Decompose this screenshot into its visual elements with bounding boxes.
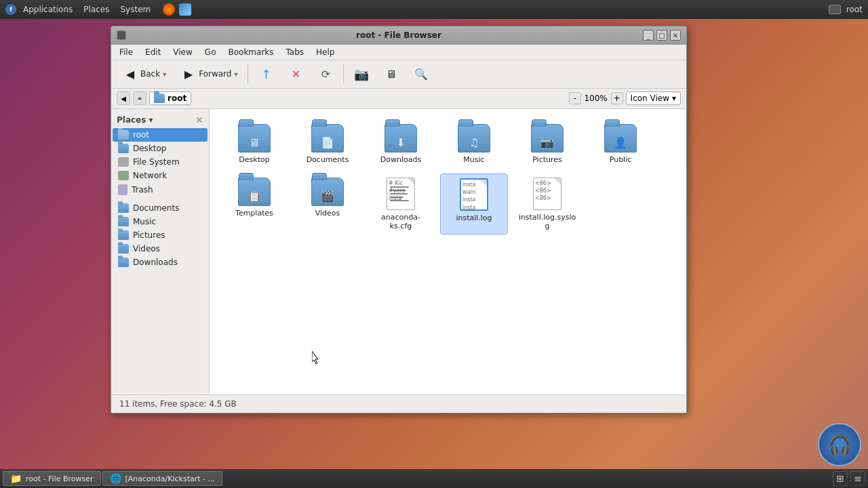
file-item-desktop[interactable]: 🖥 Desktop <box>220 120 288 168</box>
location-toggle-button[interactable]: ≡ <box>133 92 146 105</box>
location-path[interactable]: root <box>149 92 191 105</box>
menu-tabs[interactable]: Tabs <box>281 46 310 58</box>
username-label: root <box>846 5 863 14</box>
zoom-out-button[interactable]: - <box>569 92 581 104</box>
close-button[interactable]: ✕ <box>670 30 681 41</box>
music-folder-icon: ♫ <box>458 124 490 152</box>
applications-menu[interactable]: Applications <box>19 3 77 16</box>
view-mode-dropdown-icon: ▾ <box>672 94 676 103</box>
sidebar-item-videos[interactable]: Videos <box>113 242 208 256</box>
taskbar-anaconda-label: [Anaconda/Kickstart - ... <box>125 474 215 483</box>
window-title: root - File Browser <box>356 30 441 40</box>
videos-folder-label: Videos <box>315 209 340 218</box>
maximize-button[interactable]: □ <box>656 30 667 41</box>
top-panel: f Applications Places System root <box>0 0 868 19</box>
file-item-install-log-syslog[interactable]: <86><86><86> install.log.syslog <box>513 174 581 235</box>
zoom-level: 100% <box>584 94 608 103</box>
taskbar-right: ⊞ ≡ <box>833 471 865 486</box>
firefox-icon[interactable] <box>163 3 175 16</box>
taskbar-anaconda[interactable]: 🌐 [Anaconda/Kickstart - ... <box>102 471 222 486</box>
forward-button[interactable]: ▶ Forward ▾ <box>175 63 243 85</box>
file-browser-window: root - File Browser _ □ ✕ File Edit View… <box>111 26 687 413</box>
sidebar-item-root[interactable]: root <box>113 128 208 142</box>
menu-file[interactable]: File <box>114 46 138 58</box>
back-button[interactable]: ◀ Back ▾ <box>117 63 172 85</box>
sidebar-header[interactable]: Places ▾ ✕ <box>111 112 209 128</box>
taskbar-file-browser[interactable]: 📁 root - File Browser <box>3 471 101 486</box>
sidebar-item-desktop[interactable]: Desktop <box>113 142 208 155</box>
sidebar-item-desktop-label: Desktop <box>133 144 167 153</box>
file-item-documents[interactable]: 📄 Documents <box>294 120 361 168</box>
zoom-control: - 100% + Icon View ▾ <box>569 92 681 105</box>
sidebar-item-documents[interactable]: Documents <box>113 201 208 215</box>
menu-view[interactable]: View <box>167 46 197 58</box>
downloads-folder-label: Downloads <box>380 155 421 164</box>
taskbar-list-icon[interactable]: ≡ <box>850 471 865 486</box>
locationbar: ◀ ≡ root - 100% + Icon View ▾ <box>111 89 686 110</box>
top-panel-apps: f Applications Places System <box>5 3 191 16</box>
sidebar-item-pictures[interactable]: Pictures <box>113 228 208 242</box>
anaconda-cfg-icon: # Kic#versinsta <box>387 178 415 210</box>
install-log-label: install.log <box>456 214 492 222</box>
templates-folder-icon: 📋 <box>238 178 271 206</box>
install-log-syslog-label: install.log.syslog <box>517 213 578 230</box>
computer-button[interactable]: 🖥 <box>378 63 405 85</box>
file-grid: 🖥 Desktop 📄 Documents ⬇ <box>220 120 675 235</box>
up-button[interactable]: ↑ <box>252 63 279 85</box>
system-menu[interactable]: System <box>116 3 155 16</box>
file-item-videos[interactable]: 🎬 Videos <box>294 174 361 235</box>
places-menu[interactable]: Places <box>79 3 113 16</box>
path-folder-icon <box>154 94 165 103</box>
file-item-templates[interactable]: 📋 Templates <box>220 174 288 235</box>
location-back-button[interactable]: ◀ <box>117 92 130 105</box>
home-button[interactable]: 📷 <box>348 63 375 85</box>
file-item-public[interactable]: 👤 Public <box>587 120 654 168</box>
sidebar-item-trash[interactable]: Trash <box>113 182 208 197</box>
file-item-pictures[interactable]: 📷 Pictures <box>513 120 581 168</box>
search-button[interactable]: 🔍 <box>408 63 435 85</box>
minimize-button[interactable]: _ <box>643 30 654 41</box>
public-folder-icon: 👤 <box>604 124 637 152</box>
sidebar-close-icon[interactable]: ✕ <box>195 115 203 125</box>
sidebar-item-pictures-label: Pictures <box>133 230 165 240</box>
file-item-install-log[interactable]: instawarninstainsta install.log <box>440 174 508 235</box>
search-icon: 🔍 <box>414 66 429 81</box>
desktop-folder-icon: 🖥 <box>238 124 271 152</box>
videos-folder-icon: 🎬 <box>311 178 344 206</box>
sidebar-item-music[interactable]: Music <box>113 215 208 228</box>
install-log-icon: instawarninstainsta <box>460 178 488 211</box>
sidebar-item-documents-label: Documents <box>133 203 179 213</box>
zoom-in-button[interactable]: + <box>611 92 623 104</box>
reload-button[interactable]: ⟳ <box>312 63 339 85</box>
sidebar-item-downloads[interactable]: Downloads <box>113 256 208 269</box>
menu-go[interactable]: Go <box>199 46 222 58</box>
file-item-downloads[interactable]: ⬇ Downloads <box>367 120 435 168</box>
taskbar: 📁 root - File Browser 🌐 [Anaconda/Kickst… <box>0 469 868 488</box>
update-icon[interactable] <box>179 3 191 16</box>
documents-folder-icon: 📄 <box>311 124 344 152</box>
top-panel-right: root <box>829 5 863 14</box>
sidebar-item-filesystem[interactable]: File System <box>113 155 208 169</box>
desktop-folder-label: Desktop <box>239 155 269 164</box>
file-item-anaconda-cfg[interactable]: # Kic#versinsta anaconda-ks.cfg <box>367 174 435 235</box>
root-folder-icon <box>118 130 129 140</box>
menu-help[interactable]: Help <box>311 46 340 58</box>
taskbar-grid-icon[interactable]: ⊞ <box>833 471 848 486</box>
display-icon[interactable] <box>829 5 841 14</box>
menu-bookmarks[interactable]: Bookmarks <box>222 46 279 58</box>
view-mode-selector[interactable]: Icon View ▾ <box>626 92 681 105</box>
home-icon: 📷 <box>354 66 369 81</box>
menubar: File Edit View Go Bookmarks Tabs Help <box>111 45 686 60</box>
network-icon <box>118 171 129 180</box>
path-label: root <box>167 94 186 103</box>
file-item-music[interactable]: ♫ Music <box>440 120 508 168</box>
sidebar-item-network[interactable]: Network <box>113 169 208 182</box>
music-sidebar-icon <box>118 217 129 226</box>
content-area: Places ▾ ✕ root Desktop File System <box>111 109 686 394</box>
status-text: 11 items, Free space: 4.5 GB <box>119 399 237 409</box>
computer-icon-toolbar: 🖥 <box>384 66 399 81</box>
menu-edit[interactable]: Edit <box>140 46 166 58</box>
stop-button[interactable]: ✕ <box>282 63 309 85</box>
filesystem-icon <box>118 157 129 167</box>
window-menu-icon[interactable] <box>117 30 126 40</box>
